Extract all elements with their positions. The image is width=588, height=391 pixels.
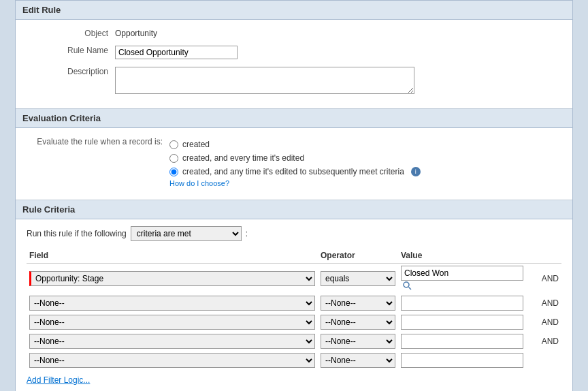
- field-select-1[interactable]: Opportunity: Stage --None--: [29, 271, 315, 286]
- description-label: Description: [27, 65, 115, 76]
- radio-row-subsequently: created, and any time it's edited to sub…: [169, 167, 561, 176]
- value-input-3[interactable]: [401, 315, 523, 330]
- run-rule-label: Run this rule if the following: [27, 229, 127, 238]
- evaluate-label: Evaluate the rule when a record is:: [27, 135, 169, 146]
- value-input-4[interactable]: [401, 334, 523, 349]
- col-value: Value: [398, 248, 536, 264]
- rule-name-input[interactable]: [115, 46, 238, 59]
- info-icon[interactable]: i: [411, 167, 421, 176]
- and-label-3: AND: [539, 317, 559, 327]
- radio-subsequently[interactable]: [169, 168, 178, 176]
- col-field: Field: [27, 248, 318, 264]
- operator-select-5[interactable]: --None--: [321, 353, 395, 368]
- and-label-1: AND: [539, 274, 559, 283]
- radio-created-label[interactable]: created: [182, 140, 210, 149]
- field-select-3[interactable]: --None--: [29, 315, 315, 330]
- evaluation-criteria-title: Evaluation Criteria: [22, 113, 101, 123]
- add-filter-logic-link[interactable]: Add Filter Logic...: [27, 375, 90, 385]
- field-select-2[interactable]: --None--: [29, 296, 315, 311]
- radio-created-edited[interactable]: [169, 154, 178, 163]
- table-row: Opportunity: Stage --None-- equals not e…: [27, 264, 561, 294]
- rule-name-label: Rule Name: [27, 44, 115, 55]
- rule-criteria-header: Rule Criteria: [16, 200, 572, 219]
- radio-row-created: created: [169, 140, 561, 149]
- radio-created-edited-label[interactable]: created, and every time it's edited: [182, 153, 304, 163]
- value-input-5[interactable]: [401, 353, 523, 368]
- field-select-5[interactable]: --None--: [29, 353, 315, 368]
- operator-select-3[interactable]: --None--: [321, 315, 395, 330]
- description-textarea[interactable]: [115, 67, 414, 94]
- run-rule-colon: :: [246, 229, 248, 238]
- table-row: --None-- --None--: [27, 351, 561, 370]
- value-input-2[interactable]: [401, 296, 523, 311]
- rule-criteria-title: Rule Criteria: [22, 204, 75, 215]
- object-value: Opportunity: [115, 27, 561, 38]
- operator-select-2[interactable]: --None--: [321, 296, 395, 311]
- and-label-2: AND: [539, 298, 559, 308]
- operator-select-4[interactable]: --None--: [321, 334, 395, 349]
- evaluation-criteria-header: Evaluation Criteria: [16, 109, 572, 128]
- col-operator: Operator: [318, 248, 398, 264]
- value-input-1[interactable]: [401, 266, 523, 281]
- how-choose-link[interactable]: How do I choose?: [169, 179, 561, 187]
- svg-point-0: [404, 282, 409, 287]
- radio-row-created-edited: created, and every time it's edited: [169, 153, 561, 163]
- edit-rule-header: Edit Rule: [16, 1, 572, 20]
- table-row: --None-- --None-- AND: [27, 294, 561, 313]
- radio-created[interactable]: [169, 140, 178, 149]
- and-label-4: AND: [539, 337, 559, 346]
- lookup-icon-1[interactable]: [402, 281, 413, 292]
- radio-subsequently-label[interactable]: created, and any time it's edited to sub…: [182, 167, 404, 176]
- object-label: Object: [27, 27, 115, 38]
- criteria-table: Field Operator Value Opportunity: Stage …: [27, 248, 561, 370]
- criteria-select[interactable]: criteria are met any criteria are met fo…: [131, 226, 242, 241]
- edit-rule-title: Edit Rule: [22, 5, 61, 15]
- table-row: --None-- --None-- AND: [27, 313, 561, 332]
- table-row: --None-- --None-- AND: [27, 332, 561, 351]
- operator-select-1[interactable]: equals not equal to less than greater th…: [321, 271, 395, 286]
- field-select-4[interactable]: --None--: [29, 334, 315, 349]
- svg-line-1: [409, 287, 412, 290]
